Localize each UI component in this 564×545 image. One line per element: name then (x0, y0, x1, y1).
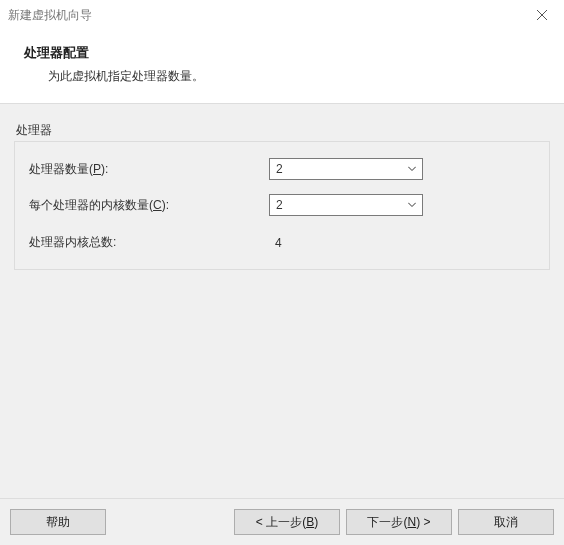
cores-per-processor-value: 2 (276, 198, 283, 212)
cores-per-processor-select[interactable]: 2 (269, 194, 423, 216)
chevron-down-icon (408, 203, 416, 208)
content-area: 处理器 处理器数量(P): 2 每个处理器的内核数量(C): 2 (0, 103, 564, 503)
window-title: 新建虚拟机向导 (8, 7, 92, 24)
cancel-button[interactable]: 取消 (458, 509, 554, 535)
close-button[interactable] (519, 0, 564, 30)
num-processors-label: 处理器数量(P): (29, 161, 269, 178)
cores-per-processor-label: 每个处理器的内核数量(C): (29, 197, 269, 214)
row-num-processors: 处理器数量(P): 2 (29, 158, 535, 180)
close-icon (537, 10, 547, 20)
titlebar: 新建虚拟机向导 (0, 0, 564, 30)
back-button[interactable]: < 上一步(B) (234, 509, 340, 535)
group-title: 处理器 (14, 122, 550, 139)
chevron-down-icon (408, 167, 416, 172)
wizard-header: 处理器配置 为此虚拟机指定处理器数量。 (0, 30, 564, 103)
page-title: 处理器配置 (24, 44, 544, 62)
row-cores-per-processor: 每个处理器的内核数量(C): 2 (29, 194, 535, 216)
footer: 帮助 < 上一步(B) 下一步(N) > 取消 (0, 498, 564, 545)
row-total-cores: 处理器内核总数: 4 (29, 234, 535, 251)
num-processors-select[interactable]: 2 (269, 158, 423, 180)
page-subtitle: 为此虚拟机指定处理器数量。 (48, 68, 544, 85)
processor-group: 处理器数量(P): 2 每个处理器的内核数量(C): 2 处理器内核总数: (14, 141, 550, 270)
next-button[interactable]: 下一步(N) > (346, 509, 452, 535)
total-cores-label: 处理器内核总数: (29, 234, 269, 251)
num-processors-value: 2 (276, 162, 283, 176)
help-button[interactable]: 帮助 (10, 509, 106, 535)
total-cores-value: 4 (269, 236, 282, 250)
